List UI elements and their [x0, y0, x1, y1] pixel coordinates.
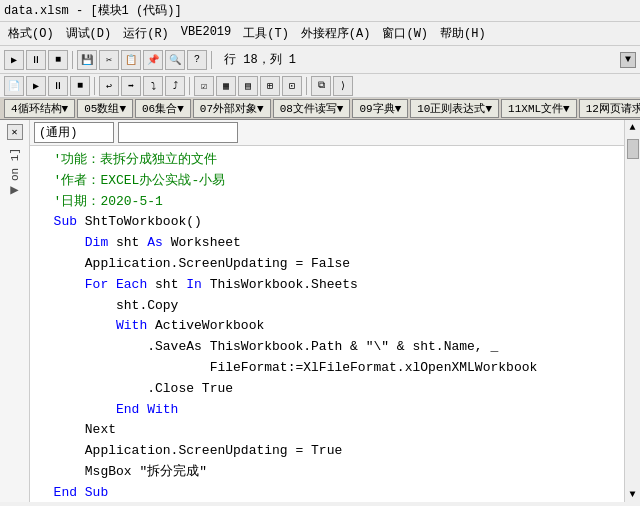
sep1	[72, 51, 73, 69]
tb2-btn9[interactable]: ☑	[194, 76, 214, 96]
tab-5[interactable]: 05数组▼	[77, 99, 133, 118]
tb2-btn6[interactable]: ➡	[121, 76, 141, 96]
tb2-btn1[interactable]: 📄	[4, 76, 24, 96]
tab-7[interactable]: 07外部对象▼	[193, 99, 271, 118]
code-line-4: Sub ShtToWorkbook()	[38, 212, 616, 233]
combo-proc[interactable]	[118, 122, 238, 143]
tb2-btn2[interactable]: ▶	[26, 76, 46, 96]
scroll-up-arrow[interactable]: ▲	[627, 120, 637, 135]
paste-btn[interactable]: 📌	[143, 50, 163, 70]
code-content[interactable]: '功能：表拆分成独立的文件 '作者：EXCEL办公实战-小易 '日期：2020-…	[30, 146, 624, 502]
menu-help[interactable]: 帮助(H)	[436, 24, 490, 43]
close-btn[interactable]: ✕	[7, 124, 23, 140]
menu-bar: 格式(O) 调试(D) 运行(R) VBE2019 工具(T) 外接程序(A) …	[0, 22, 640, 46]
sep3	[94, 77, 95, 95]
run-btn[interactable]: ▶	[4, 50, 24, 70]
code-line-8: sht.Copy	[38, 296, 616, 317]
sep5	[306, 77, 307, 95]
main-area: ✕ on 1] ▶ (通用) '功能：表拆分成独立的文件 '作者：EXCEL办公…	[0, 120, 640, 502]
toolbar-1: ▶ ⏸ ■ 💾 ✂ 📋 📌 🔍 ? 行 18，列 1 ▼	[0, 46, 640, 74]
scroll-thumb[interactable]	[627, 139, 639, 159]
menu-format[interactable]: 格式(O)	[4, 24, 58, 43]
save-btn[interactable]: 💾	[77, 50, 97, 70]
tb2-btn10[interactable]: ▦	[216, 76, 236, 96]
scroll-down-arrow[interactable]: ▼	[627, 487, 637, 502]
code-line-10: .SaveAs ThisWorkbook.Path & "\" & sht.Na…	[38, 337, 616, 358]
code-line-6: Application.ScreenUpdating = False	[38, 254, 616, 275]
left-label: on 1]	[9, 148, 21, 181]
tb2-btn5[interactable]: ↩	[99, 76, 119, 96]
menu-window[interactable]: 窗口(W)	[378, 24, 432, 43]
tb2-btn11[interactable]: ▤	[238, 76, 258, 96]
tb2-btn13[interactable]: ⊡	[282, 76, 302, 96]
cut-btn[interactable]: ✂	[99, 50, 119, 70]
tb2-btn12[interactable]: ⊞	[260, 76, 280, 96]
sidebar-arrow[interactable]: ▶	[10, 181, 18, 198]
tab-6[interactable]: 06集合▼	[135, 99, 191, 118]
tb2-btn4[interactable]: ■	[70, 76, 90, 96]
tb2-btn7[interactable]: ⤵	[143, 76, 163, 96]
scroll-indicator: ▼	[620, 52, 636, 68]
menu-debug[interactable]: 调试(D)	[62, 24, 116, 43]
code-area: (通用) '功能：表拆分成独立的文件 '作者：EXCEL办公实战-小易 '日期：…	[30, 120, 624, 502]
tab-4[interactable]: 4循环结构▼	[4, 99, 75, 118]
help-btn[interactable]: ?	[187, 50, 207, 70]
code-line-13: End With	[38, 400, 616, 421]
copy-btn[interactable]: 📋	[121, 50, 141, 70]
right-scrollbar[interactable]: ▲ ▼	[624, 120, 640, 502]
menu-vbe2019[interactable]: VBE2019	[177, 24, 235, 43]
code-line-7: For Each sht In ThisWorkbook.Sheets	[38, 275, 616, 296]
code-line-11: FileFormat:=XlFileFormat.xlOpenXMLWorkbo…	[38, 358, 616, 379]
toolbar-2: 📄 ▶ ⏸ ■ ↩ ➡ ⤵ ⤴ ☑ ▦ ▤ ⊞ ⊡ ⧉ ⟩	[0, 74, 640, 98]
tb2-btn8[interactable]: ⤴	[165, 76, 185, 96]
pause-btn[interactable]: ⏸	[26, 50, 46, 70]
code-line-17: End Sub	[38, 483, 616, 502]
module-tabs: 4循环结构▼ 05数组▼ 06集合▼ 07外部对象▼ 08文件读写▼ 09字典▼…	[0, 98, 640, 120]
menu-tools[interactable]: 工具(T)	[239, 24, 293, 43]
menu-addins[interactable]: 外接程序(A)	[297, 24, 375, 43]
title-bar: data.xlsm - [模块1 (代码)]	[0, 0, 640, 22]
find-btn[interactable]: 🔍	[165, 50, 185, 70]
code-line-5: Dim sht As Worksheet	[38, 233, 616, 254]
tab-12[interactable]: 12网页请求和	[579, 99, 640, 118]
tab-9[interactable]: 09字典▼	[352, 99, 408, 118]
combo-general[interactable]: (通用)	[34, 122, 114, 143]
sep4	[189, 77, 190, 95]
stop-btn[interactable]: ■	[48, 50, 68, 70]
menu-run[interactable]: 运行(R)	[119, 24, 173, 43]
tab-11[interactable]: 11XML文件▼	[501, 99, 577, 118]
tb2-btn3[interactable]: ⏸	[48, 76, 68, 96]
row-col-indicator: 行 18，列 1	[224, 51, 296, 68]
code-line-9: With ActiveWorkbook	[38, 316, 616, 337]
tb2-btn15[interactable]: ⟩	[333, 76, 353, 96]
tab-10[interactable]: 10正则表达式▼	[410, 99, 499, 118]
code-line-15: Application.ScreenUpdating = True	[38, 441, 616, 462]
title-text: data.xlsm - [模块1 (代码)]	[4, 4, 182, 18]
tb2-btn14[interactable]: ⧉	[311, 76, 331, 96]
code-line-next: Next	[38, 420, 616, 441]
code-line-2: '作者：EXCEL办公实战-小易	[38, 171, 616, 192]
sep2	[211, 51, 212, 69]
code-header: (通用)	[30, 120, 624, 146]
code-line-3: '日期：2020-5-1	[38, 192, 616, 213]
code-line-12: .Close True	[38, 379, 616, 400]
code-line-16: MsgBox "拆分完成"	[38, 462, 616, 483]
tab-8[interactable]: 08文件读写▼	[273, 99, 351, 118]
code-line-1: '功能：表拆分成独立的文件	[38, 150, 616, 171]
left-sidebar: ✕ on 1] ▶	[0, 120, 30, 502]
